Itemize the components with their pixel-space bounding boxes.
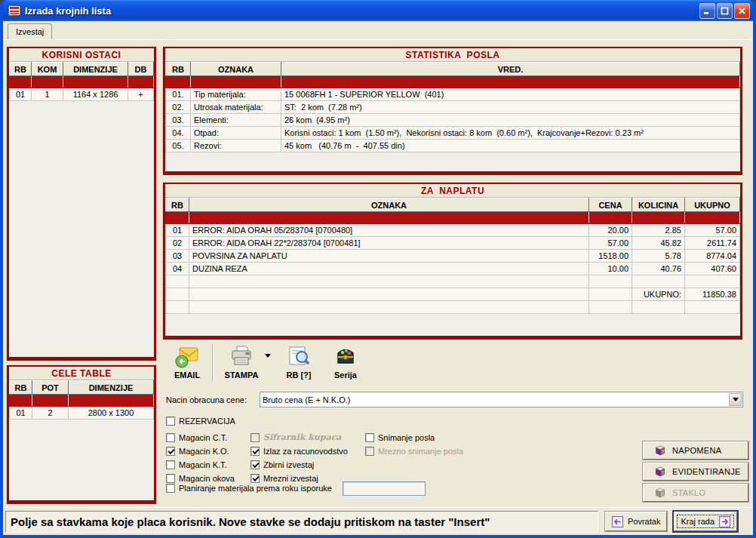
checkbox-label: Zbirni izvestaj [263,460,314,469]
checkbox-box[interactable] [166,417,175,426]
tab-izvestaj[interactable]: Izvestaj [8,23,52,39]
checkbox-magacin-c-t[interactable]: Magacin C.T. [166,431,235,444]
table-row[interactable]: UKUPNO:11850.38 [166,288,740,301]
window-title: Izrada krojnih lista [25,5,698,17]
panel-body-statistika: RBOZNAKAVRED. 01.Tip materijala:15 0068F… [165,62,740,171]
checkbox-box[interactable] [166,447,175,456]
table-row[interactable]: 03.Elementi:26 kom (4.95 m²) [166,114,740,127]
combobox-dropdown-button[interactable] [729,393,742,406]
napomena-label: NAPOMENA [672,446,721,455]
table-row[interactable]: 03POVRSINA ZA NAPLATU1518.005.788774.04 [166,250,740,263]
za-naplatu-table: RBOZNAKACENAKOLICINAUKUPNO 01ERROR: AIDA… [165,198,740,314]
checkbox-label: Snimanje posla [378,433,435,442]
panel-title-za-naplatu: ZA NAPLATU [165,184,740,198]
column-header[interactable]: DB [128,63,154,76]
column-header[interactable]: DIMENZIJE [63,63,128,76]
column-header[interactable]: RB [166,63,191,76]
checkbox-izlaz-za-racunovodstvo[interactable]: Izlaz za racunovodstvo [250,444,348,457]
checkbox-box[interactable] [166,433,175,442]
selected-empty-row[interactable] [10,395,154,407]
stampa-button[interactable]: STAMPA [218,342,265,380]
table-header-row: RBPOTDIMENZIJE [10,381,154,395]
checkbox-box[interactable] [250,460,260,469]
checkbox-label: Magacin C.T. [179,433,227,442]
checkbox-zbirni-izvestaj[interactable]: Zbirni izvestaj [250,458,348,471]
checkbox-magacin-k-o[interactable]: Magacin K.O. [166,444,235,457]
price-mode-combobox[interactable]: Bruto cena (E + N.K.O.) [260,392,743,407]
table-row[interactable]: 01.Tip materijala:15 0068FH 1 - SUPERIOR… [166,88,740,101]
checkbox-rezervacija[interactable]: REZERVACIJA [166,414,235,427]
table-row[interactable]: 01ERROR: AIDA ORAH 05/283704 [0700480]20… [166,224,740,237]
column-header[interactable]: RB [166,198,189,212]
close-button[interactable] [734,3,750,19]
table-row[interactable]: 0111164 x 1286+ [10,88,154,101]
selected-empty-row[interactable] [166,76,740,88]
evidentiranje-button[interactable]: ? EVIDENTIRANJE [643,463,748,481]
kraj-rada-button[interactable]: Kraj rada [674,512,737,531]
rezervacija-group: REZERVACIJA [166,414,235,428]
panel-title-korisni-ostaci: KORISNI OSTACI [9,48,154,62]
planiranje-group: Planiranje materijala prema roku isporuk… [166,482,332,496]
chest-icon [333,343,358,369]
price-mode-row: Nacin obracuna cene: Bruto cena (E + N.K… [166,392,743,407]
minimize-button[interactable] [699,3,715,19]
napomena-button[interactable]: ? NAPOMENA [643,441,748,460]
column-header[interactable]: DIMENZIJE [69,381,154,395]
selected-empty-row[interactable] [166,212,740,224]
checkbox-magacin-k-t[interactable]: Magacin K.T. [166,458,235,471]
column-header[interactable]: OZNAKA [189,198,589,212]
table-row[interactable] [166,301,740,314]
table-row[interactable]: 04DUZINA REZA10.0040.76407.60 [166,263,740,275]
column-header[interactable]: KOLICINA [632,198,685,212]
planiranje-row: Planiranje materijala prema roku isporuk… [166,481,426,496]
status-message: Polje sa stavkama koje placa korisnik. N… [5,511,598,533]
rb-label: RB [?] [287,370,312,380]
checkbox-label: Magacin K.T. [179,460,227,469]
serija-button[interactable]: Serija [322,342,369,380]
checkbox-box [365,447,374,456]
table-row[interactable]: 05.Rezovi:45 kom (40.76 m - 407.55 din) [166,140,740,152]
evidentiranje-label: EVIDENTIRANJE [672,467,741,476]
column-header[interactable]: RB [10,381,32,395]
staklo-button: STAKLO [643,484,748,502]
column-header[interactable]: UKUPNO [685,198,740,212]
checkbox-snimanje-posla[interactable]: Snimanje posla [365,431,463,444]
table-row[interactable]: 0122800 x 1300 [10,407,154,420]
panel-body-za-naplatu: RBOZNAKACENAKOLICINAUKUPNO 01ERROR: AIDA… [165,198,740,336]
checkbox-box[interactable] [250,447,260,456]
app-icon [8,4,21,17]
table-row[interactable]: 04.Otpad:Korisni ostaci: 1 kom (1.50 m²)… [166,127,740,140]
planiranje-input[interactable] [343,481,426,496]
column-header[interactable]: OZNAKA [191,63,281,76]
table-row[interactable] [166,275,740,288]
stampa-label: STAMPA [225,370,259,380]
table-row[interactable]: 02.Utrosak materijala:ST: 2 kom (7.28 m²… [166,101,740,114]
povratak-label: Povratak [628,517,660,526]
email-icon [174,343,200,369]
panel-cele-table: CELE TABLE RBPOTDIMENZIJE 0122800 x 1300 [6,364,157,505]
svg-text:?: ? [662,470,665,475]
selected-empty-row[interactable] [10,76,154,88]
checkbox-box[interactable] [365,433,374,442]
table-header-row: RBKOMDIMENZIJEDB [10,63,154,76]
column-header[interactable]: RB [10,63,32,76]
maximize-button[interactable] [717,3,733,19]
column-header[interactable]: CENA [589,198,632,212]
column-header[interactable]: POT [32,381,69,395]
table-row[interactable]: 02ERROR: AIDA ORAH 22*2/283704 [0700481]… [166,237,740,250]
column-header[interactable]: KOM [32,63,63,76]
checkbox-box[interactable] [166,460,175,469]
panel-za-naplatu: ZA NAPLATU RBOZNAKACENAKOLICINAUKUPNO 01… [162,182,743,340]
checkbox-planiranje-materijala-prema-roku-isporuke[interactable]: Planiranje materijala prema roku isporuk… [166,482,332,495]
rb-button[interactable]: RB [?] [275,342,322,380]
email-label: EMAIL [174,370,200,380]
checkbox-box[interactable] [166,484,175,493]
checkbox-label: Sifrarnik kupaca [263,432,341,442]
email-button[interactable]: EMAIL [164,342,211,380]
povratak-button[interactable]: Povratak [605,512,667,531]
stampa-dropdown-arrow[interactable] [265,354,271,358]
toolbar: EMAIL STAMPA [164,342,369,387]
checkbox-label: Mrezno snimanje posla [378,447,463,456]
column-header[interactable]: VRED. [281,63,740,76]
checkbox-sifrarnik-kupaca: Sifrarnik kupaca [250,431,348,444]
